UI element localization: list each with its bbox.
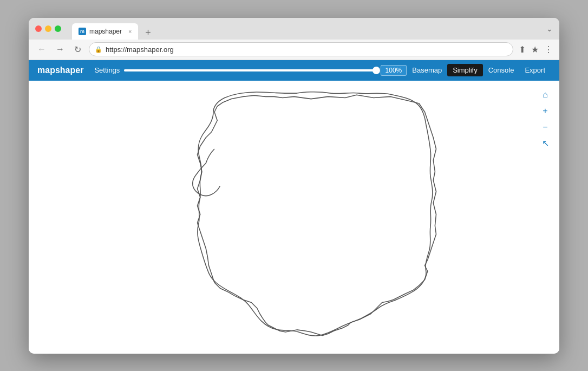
lock-icon: 🔒 xyxy=(95,46,102,53)
percentage-badge: 100% xyxy=(381,65,407,76)
url-bar[interactable]: 🔒 https://mapshaper.org xyxy=(89,42,513,56)
map-controls: ⌂ + − ↖ xyxy=(538,87,553,151)
map-area[interactable]: ⌂ + − ↖ xyxy=(29,81,559,354)
toolbar-nav: Basemap Simplify Console Export xyxy=(407,64,551,76)
tab-bar: m mapshaper × + xyxy=(72,18,154,40)
back-button[interactable]: ← xyxy=(35,43,48,55)
maximize-button[interactable] xyxy=(55,25,61,32)
slider-track[interactable] xyxy=(124,69,376,71)
forward-button[interactable]: → xyxy=(54,43,67,55)
tab-title: mapshaper xyxy=(89,28,122,35)
pointer-button[interactable]: ↖ xyxy=(538,136,553,151)
refresh-button[interactable]: ↻ xyxy=(72,43,83,56)
tab-favicon: m xyxy=(79,28,86,35)
console-button[interactable]: Console xyxy=(483,64,520,76)
home-button[interactable]: ⌂ xyxy=(538,87,553,102)
tab-close-button[interactable]: × xyxy=(128,28,132,35)
bookmark-button[interactable]: ★ xyxy=(531,44,539,55)
traffic-lights xyxy=(35,25,61,32)
zoom-in-button[interactable]: + xyxy=(538,103,553,119)
pointer-icon: ↖ xyxy=(542,138,549,148)
home-icon: ⌂ xyxy=(543,90,548,100)
url-text: https://mapshaper.org xyxy=(106,45,174,54)
browser-tab[interactable]: m mapshaper × xyxy=(72,23,138,40)
more-button[interactable]: ⋮ xyxy=(544,44,553,55)
app-logo: mapshaper xyxy=(37,66,83,75)
zoom-out-button[interactable]: − xyxy=(538,120,553,135)
browser-window: m mapshaper × + ⌄ ← → ↻ 🔒 https://mapsha… xyxy=(29,18,559,354)
map-shape xyxy=(29,81,559,354)
zoom-in-icon: + xyxy=(543,106,547,116)
settings-label: Settings xyxy=(94,66,120,74)
simplify-button[interactable]: Simplify xyxy=(447,64,483,76)
close-button[interactable] xyxy=(35,25,42,32)
basemap-button[interactable]: Basemap xyxy=(407,64,447,76)
slider-fill xyxy=(124,69,376,71)
app-toolbar: mapshaper Settings 100% Basemap Simplify… xyxy=(29,60,559,81)
zoom-out-icon: − xyxy=(543,122,547,132)
new-tab-button[interactable]: + xyxy=(141,27,154,40)
address-bar: ← → ↻ 🔒 https://mapshaper.org ⬆ ★ ⋮ xyxy=(29,40,559,60)
minimize-button[interactable] xyxy=(45,25,51,32)
export-button[interactable]: Export xyxy=(519,64,551,76)
share-button[interactable]: ⬆ xyxy=(519,44,526,55)
window-chevron-icon: ⌄ xyxy=(546,24,553,33)
slider-thumb[interactable] xyxy=(373,67,380,74)
title-bar: m mapshaper × + ⌄ xyxy=(29,18,559,40)
simplify-slider[interactable]: 100% xyxy=(124,65,407,76)
